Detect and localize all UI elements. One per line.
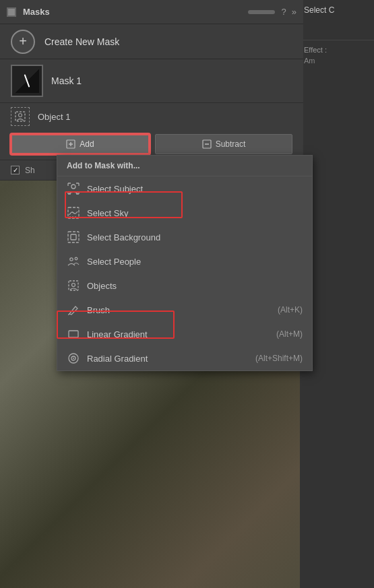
dropdown-item-select-people[interactable]: Select People	[57, 249, 312, 273]
object1-name: Object 1	[38, 112, 70, 122]
linear-gradient-icon	[67, 327, 80, 341]
panel-title: Masks	[23, 7, 241, 17]
panel-icon	[7, 7, 16, 17]
radial-gradient-shortcut: (Alt+Shift+M)	[255, 354, 303, 363]
plus-icon: +	[19, 34, 27, 49]
right-panel-effect: Effect : Am	[300, 40, 374, 128]
radial-gradient-label: Radial Gradient	[87, 354, 148, 364]
dropdown-item-brush[interactable]: Brush (Alt+K)	[57, 298, 312, 322]
mask1-thumbnail-inner	[15, 69, 39, 93]
show-checkbox[interactable]: ✓	[11, 166, 20, 174]
mask1-name: Mask 1	[51, 75, 82, 86]
add-label: Add	[80, 139, 94, 149]
svg-point-12	[72, 284, 75, 287]
right-panel-select: Select C	[300, 0, 374, 40]
dropdown-header: Add to Mask with...	[57, 156, 312, 176]
masks-panel: Masks ? » + Create New Mask Mask 1	[0, 0, 303, 588]
select-label: Select C	[304, 5, 334, 15]
dropdown-menu: Add to Mask with... Select Subject	[57, 155, 313, 371]
effect-label: Effect :	[304, 46, 370, 54]
svg-point-9	[70, 258, 73, 261]
brush-shortcut: (Alt+K)	[278, 305, 303, 315]
dropdown-item-select-background[interactable]: Select Background	[57, 225, 312, 249]
object1-item: Object 1 Add Subtract	[0, 103, 303, 160]
select-sky-label: Select Sky	[87, 208, 128, 218]
subtract-label: Subtract	[216, 139, 246, 149]
create-mask-label: Create New Mask	[44, 36, 119, 47]
select-sky-icon	[67, 206, 80, 220]
create-mask-button[interactable]: +	[11, 30, 35, 54]
dropdown-item-radial-gradient[interactable]: Radial Gradient (Alt+Shift+M)	[57, 346, 312, 370]
select-background-label: Select Background	[87, 232, 160, 242]
dropdown-item-objects[interactable]: Objects	[57, 273, 312, 298]
svg-point-16	[73, 358, 74, 359]
svg-rect-11	[69, 281, 78, 290]
radial-gradient-icon	[67, 352, 80, 365]
linear-gradient-label: Linear Gradient	[87, 329, 148, 339]
dropdown-item-select-subject[interactable]: Select Subject	[57, 176, 312, 201]
svg-point-10	[75, 257, 77, 260]
mask1-thumbnail	[11, 65, 43, 97]
panel-header-controls: ? »	[282, 7, 297, 17]
mask1-item[interactable]: Mask 1	[0, 59, 303, 103]
svg-rect-7	[68, 232, 79, 242]
svg-point-2	[19, 114, 22, 117]
add-icon	[66, 139, 75, 149]
select-subject-label: Select Subject	[87, 184, 143, 194]
brush-icon	[67, 303, 80, 317]
object1-row: Object 1	[11, 107, 292, 130]
subtract-button[interactable]: Subtract	[155, 134, 292, 154]
add-button[interactable]: Add	[11, 134, 150, 154]
select-background-icon	[67, 230, 80, 244]
linear-gradient-shortcut: (Alt+M)	[276, 329, 303, 339]
objects-label: Objects	[87, 281, 117, 291]
select-people-label: Select People	[87, 257, 141, 267]
subtract-icon	[202, 139, 212, 149]
select-people-icon	[67, 255, 80, 268]
brush-label: Brush	[87, 305, 110, 315]
help-icon[interactable]: ?	[282, 7, 286, 17]
effect-value: Am	[304, 57, 370, 65]
svg-rect-13	[69, 331, 78, 337]
objects-icon	[67, 279, 80, 292]
svg-point-5	[71, 185, 75, 189]
panel-header: Masks ? »	[0, 0, 303, 24]
svg-rect-8	[71, 234, 76, 240]
dropdown-item-select-sky[interactable]: Select Sky	[57, 201, 312, 225]
scroll-handle	[248, 10, 275, 14]
dropdown-item-linear-gradient[interactable]: Linear Gradient (Alt+M)	[57, 322, 312, 346]
svg-rect-0	[8, 9, 15, 15]
select-subject-icon	[67, 182, 80, 195]
chevron-icon[interactable]: »	[292, 7, 297, 17]
create-mask-row[interactable]: + Create New Mask	[0, 24, 303, 59]
object1-icon	[11, 107, 30, 126]
check-icon: ✓	[13, 166, 18, 174]
show-label: Sh	[25, 166, 35, 175]
